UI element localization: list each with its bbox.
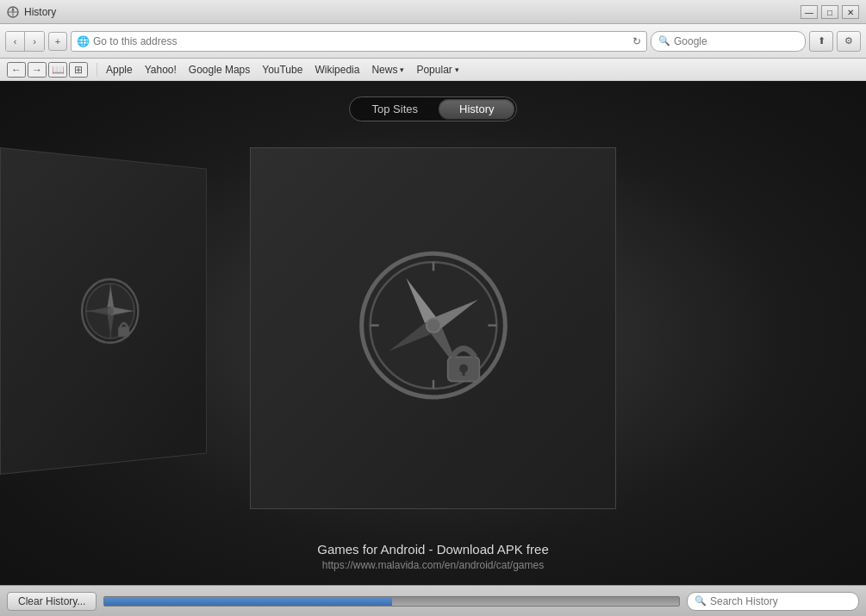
site-url: https://www.malavida.com/en/android/cat/… xyxy=(317,559,548,571)
gear-icon: ⚙ xyxy=(844,35,853,47)
bookmark-yahoo[interactable]: Yahoo! xyxy=(140,62,182,78)
svg-rect-13 xyxy=(118,327,129,337)
minimize-button[interactable]: — xyxy=(801,5,818,19)
grid-icon: ⊞ xyxy=(74,64,83,76)
window-controls: — □ ✕ xyxy=(801,5,859,19)
search-bar: 🔍 xyxy=(651,31,806,52)
nav-bar: ‹ › + 🌐 ↻ 🔍 ⬆ ⚙ xyxy=(0,24,866,59)
search-history-icon: 🔍 xyxy=(695,595,707,607)
panel-main[interactable] xyxy=(250,147,616,509)
back-icon-btn[interactable]: ← xyxy=(7,62,26,78)
forward-button[interactable]: › xyxy=(25,32,44,51)
forward-icon: › xyxy=(33,36,36,47)
main-content: Top Sites History xyxy=(0,81,866,585)
refresh-button[interactable]: ↻ xyxy=(632,35,641,47)
forward-arrow-icon: → xyxy=(32,64,42,76)
bookmark-youtube[interactable]: YouTube xyxy=(257,62,308,78)
clear-history-button[interactable]: Clear History... xyxy=(7,592,97,611)
progress-bar xyxy=(103,596,680,607)
search-input[interactable] xyxy=(674,35,803,47)
news-dropdown-icon: ▾ xyxy=(400,65,404,74)
title-bar: History — □ ✕ xyxy=(0,0,866,24)
address-bar: 🌐 ↻ xyxy=(71,31,647,52)
site-title: Games for Android - Download APK free xyxy=(317,542,548,557)
toolbar-right: ⬆ ⚙ xyxy=(809,31,861,52)
tab-history[interactable]: History xyxy=(439,99,514,119)
open-page-icon: ⬆ xyxy=(818,35,826,47)
add-bookmark-button[interactable]: + xyxy=(48,32,67,51)
tab-row: Top Sites History xyxy=(349,96,518,121)
app-icon xyxy=(7,6,19,18)
address-input[interactable] xyxy=(93,35,629,47)
search-icon: 🔍 xyxy=(658,35,670,47)
reading-list-btn[interactable]: 📖 xyxy=(48,62,67,78)
bookmark-popular[interactable]: Popular ▾ xyxy=(411,62,464,78)
bookmarks-bar: ← → 📖 ⊞ Apple Yahoo! Google Maps YouTube… xyxy=(0,59,866,81)
grid-btn[interactable]: ⊞ xyxy=(69,62,88,78)
back-button[interactable]: ‹ xyxy=(6,32,25,51)
bottom-bar: Clear History... 🔍 xyxy=(0,585,866,616)
bookmark-apple[interactable]: Apple xyxy=(101,62,138,78)
search-history-input[interactable] xyxy=(710,595,851,607)
compass-icon-large xyxy=(347,242,520,414)
open-page-button[interactable]: ⬆ xyxy=(809,31,833,52)
globe-icon: 🌐 xyxy=(77,35,90,47)
tab-top-sites[interactable]: Top Sites xyxy=(352,99,439,119)
back-forward-group: ‹ › xyxy=(5,31,45,52)
progress-bar-fill xyxy=(104,597,391,606)
svg-rect-27 xyxy=(462,369,464,376)
site-info: Games for Android - Download APK free ht… xyxy=(317,542,548,571)
book-icon: 📖 xyxy=(52,64,65,76)
bookmark-news[interactable]: News ▾ xyxy=(366,62,409,78)
back-icon: ‹ xyxy=(14,36,17,47)
bm-separator-1 xyxy=(97,63,97,77)
bookmark-wikipedia[interactable]: Wikipedia xyxy=(309,62,364,78)
compass-icon-small xyxy=(78,274,141,348)
back-arrow-icon: ← xyxy=(11,64,22,76)
title-bar-text: History xyxy=(24,6,56,18)
maximize-button[interactable]: □ xyxy=(821,5,838,19)
popular-dropdown-icon: ▾ xyxy=(455,65,459,74)
svg-point-12 xyxy=(108,308,114,314)
search-history-box: 🔍 xyxy=(687,592,859,611)
bookmark-google-maps[interactable]: Google Maps xyxy=(184,62,255,78)
forward-icon-btn[interactable]: → xyxy=(28,62,47,78)
plus-icon: + xyxy=(55,36,60,47)
bookmark-icons: ← → 📖 ⊞ xyxy=(7,62,88,78)
svg-point-24 xyxy=(426,318,440,333)
panel-background xyxy=(0,147,207,475)
carousel-area xyxy=(0,121,866,535)
settings-button[interactable]: ⚙ xyxy=(837,31,861,52)
close-button[interactable]: ✕ xyxy=(842,5,859,19)
